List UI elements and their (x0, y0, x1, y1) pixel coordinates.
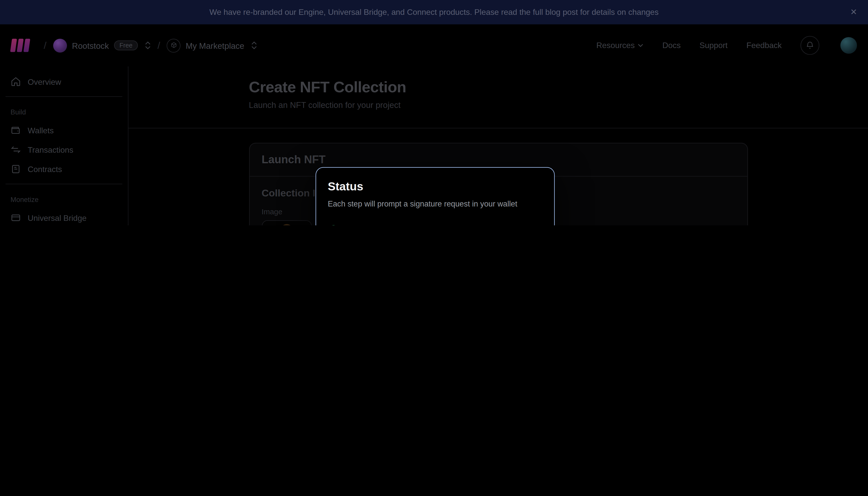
chevron-updown-icon[interactable] (145, 42, 151, 49)
breadcrumb-separator: / (157, 40, 160, 51)
step-deploy-contract: Deploy contract (328, 220, 543, 226)
project-name[interactable]: My Marketplace (186, 41, 244, 50)
user-avatar[interactable] (840, 37, 857, 53)
home-icon (11, 76, 21, 87)
nav-feedback[interactable]: Feedback (746, 41, 782, 50)
sidebar-item-label: Overview (28, 77, 61, 86)
app-window: We have re-branded our Engine, Universal… (0, 0, 868, 226)
nav-support[interactable]: Support (699, 41, 728, 50)
steps-list: Deploy contract Mint NFT Set claim condi… (328, 220, 543, 226)
sidebar-item-transactions[interactable]: Transactions (4, 140, 124, 159)
page-title: Create NFT Collection (249, 78, 748, 96)
announcement-banner[interactable]: We have re-branded our Engine, Universal… (0, 0, 868, 25)
nav-resources-label: Resources (596, 41, 635, 50)
sidebar-item-contracts[interactable]: Contracts (4, 159, 124, 179)
status-modal: Status Each step will prompt a signature… (315, 167, 555, 226)
page-header: Create NFT Collection Launch an NFT coll… (128, 66, 868, 128)
team-avatar (53, 38, 67, 52)
card-title: Launch NFT (262, 153, 735, 166)
page-subtitle: Launch an NFT collection for your projec… (249, 100, 748, 109)
sidebar-item-universal-bridge[interactable]: Universal Bridge (4, 208, 124, 226)
breadcrumb-team[interactable]: Rootstock Free (53, 38, 151, 52)
announcement-text: We have re-branded our Engine, Universal… (209, 8, 658, 17)
card-icon (11, 213, 21, 223)
thirdweb-logo-icon[interactable] (11, 39, 29, 52)
check-circle-icon (328, 224, 339, 226)
wallet-icon (11, 125, 21, 136)
close-icon[interactable]: ✕ (848, 6, 859, 18)
step-label: Deploy contract (345, 224, 405, 226)
collection-image-thumbnail (262, 220, 311, 226)
sidebar-section-monetize: Monetize (11, 196, 118, 204)
nft-artwork (265, 223, 308, 226)
modal-title: Status (328, 180, 543, 193)
notifications-button[interactable] (801, 36, 819, 55)
project-cube-icon (167, 38, 181, 52)
sidebar: Overview Build Wallets Transactions Cont… (0, 66, 128, 226)
document-icon (11, 164, 21, 174)
sidebar-section-build: Build (11, 108, 118, 116)
team-name[interactable]: Rootstock (72, 41, 109, 50)
nav-docs[interactable]: Docs (663, 41, 681, 50)
divider (5, 184, 122, 184)
nav-resources[interactable]: Resources (596, 41, 644, 50)
modal-subtitle: Each step will prompt a signature reques… (328, 199, 543, 208)
chevron-updown-icon[interactable] (252, 42, 257, 49)
breadcrumb-separator: / (44, 40, 47, 51)
sidebar-item-label: Transactions (28, 145, 73, 154)
sidebar-item-label: Wallets (28, 126, 53, 135)
arrows-swap-icon (11, 144, 21, 155)
chevron-down-icon (638, 44, 644, 47)
header-nav: Resources Docs Support Feedback (596, 36, 857, 55)
divider (5, 96, 122, 97)
top-header: / Rootstock Free / My Marketplace Resour… (0, 25, 868, 66)
sidebar-item-wallets[interactable]: Wallets (4, 121, 124, 140)
bell-icon (806, 41, 815, 50)
sidebar-item-label: Universal Bridge (28, 213, 87, 222)
breadcrumb-project[interactable]: My Marketplace (167, 38, 257, 52)
sidebar-item-label: Contracts (28, 165, 62, 173)
sidebar-item-overview[interactable]: Overview (4, 72, 124, 91)
plan-badge: Free (114, 41, 138, 50)
